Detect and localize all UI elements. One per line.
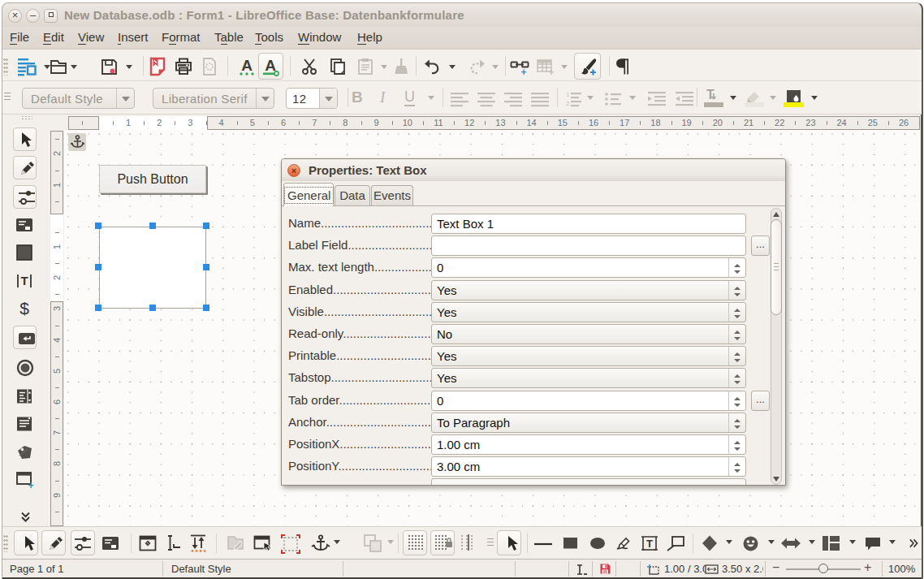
svg-text:T: T	[20, 274, 28, 287]
svg-text:$: $	[19, 299, 29, 318]
svg-text:+: +	[520, 67, 526, 76]
svg-text:2: 2	[566, 100, 570, 107]
svg-text:A: A	[265, 57, 276, 74]
svg-text:+: +	[28, 479, 34, 490]
svg-text:+: +	[548, 67, 554, 76]
svg-text:A: A	[241, 57, 253, 74]
svg-text:1: 1	[566, 91, 570, 98]
svg-text:T: T	[646, 538, 653, 550]
